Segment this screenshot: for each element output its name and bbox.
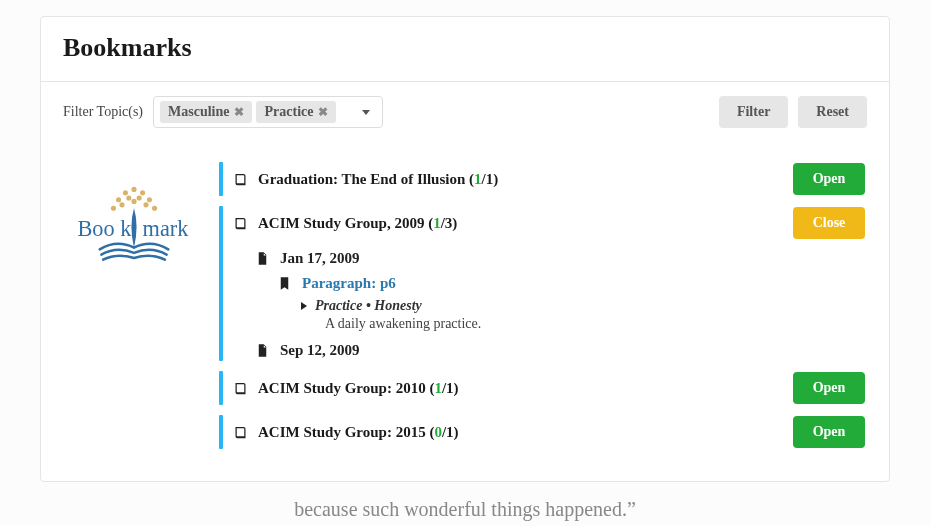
open-button[interactable]: Open bbox=[793, 372, 865, 404]
date-label: Sep 12, 2009 bbox=[280, 342, 360, 359]
date-label: Jan 17, 2009 bbox=[280, 250, 360, 267]
group-title: Graduation: The End of Illusion (1/1) bbox=[258, 171, 783, 188]
bookmark-group: Graduation: The End of Illusion (1/1) Op… bbox=[219, 160, 865, 198]
tag-label: Practice bbox=[264, 104, 313, 120]
group-children: Jan 17, 2009 Paragraph: p6 Practice • Ho… bbox=[233, 246, 865, 363]
bookmark-icon bbox=[277, 276, 292, 291]
svg-point-8 bbox=[137, 195, 142, 200]
topic-tags: Practice • Honesty bbox=[315, 298, 422, 314]
bookmark-logo: Boo mark k bbox=[65, 160, 203, 457]
filter-tag-practice[interactable]: Practice ✖ bbox=[256, 101, 336, 123]
topics-row: Practice • Honesty bbox=[255, 294, 865, 314]
book-icon bbox=[233, 172, 248, 187]
svg-point-6 bbox=[152, 206, 157, 211]
remove-tag-icon[interactable]: ✖ bbox=[234, 105, 244, 120]
panel-header: Bookmarks bbox=[41, 17, 889, 82]
bookmark-group: ACIM Study Group: 2010 (1/1) Open bbox=[219, 369, 865, 407]
background-text: because such wonderful things happened.” bbox=[40, 482, 890, 526]
open-button[interactable]: Open bbox=[793, 163, 865, 195]
book-icon bbox=[233, 216, 248, 231]
group-title: ACIM Study Group, 2009 (1/3) bbox=[258, 215, 783, 232]
tag-label: Masculine bbox=[168, 104, 229, 120]
filter-button[interactable]: Filter bbox=[719, 96, 788, 128]
group-title: ACIM Study Group: 2015 (0/1) bbox=[258, 424, 783, 441]
svg-point-1 bbox=[123, 190, 128, 195]
bookmarks-panel: Bookmarks Filter Topic(s) Masculine ✖ Pr… bbox=[40, 16, 890, 482]
svg-point-4 bbox=[147, 197, 152, 202]
paragraph-link[interactable]: Paragraph: p6 bbox=[255, 271, 865, 294]
content-area: Boo mark k Graduation: The End of Illusi… bbox=[41, 142, 889, 481]
svg-text:Boo: Boo bbox=[77, 216, 114, 241]
topic-filter-dropdown[interactable]: Masculine ✖ Practice ✖ bbox=[153, 96, 383, 128]
svg-point-11 bbox=[131, 199, 136, 204]
group-title: ACIM Study Group: 2010 (1/1) bbox=[258, 380, 783, 397]
svg-point-9 bbox=[119, 202, 124, 207]
file-icon bbox=[255, 343, 270, 358]
chevron-down-icon bbox=[362, 110, 370, 115]
book-icon bbox=[233, 381, 248, 396]
filter-bar: Filter Topic(s) Masculine ✖ Practice ✖ F… bbox=[41, 82, 889, 142]
svg-text:k: k bbox=[120, 216, 132, 241]
svg-text:mark: mark bbox=[143, 216, 190, 241]
date-entry[interactable]: Jan 17, 2009 bbox=[255, 246, 865, 271]
svg-point-10 bbox=[143, 202, 148, 207]
filter-tag-masculine[interactable]: Masculine ✖ bbox=[160, 101, 252, 123]
book-icon bbox=[233, 425, 248, 440]
file-icon bbox=[255, 251, 270, 266]
filter-label: Filter Topic(s) bbox=[63, 104, 143, 120]
remove-tag-icon[interactable]: ✖ bbox=[318, 105, 328, 120]
bookmark-group: ACIM Study Group, 2009 (1/3) Close Jan 1… bbox=[219, 204, 865, 363]
bookmark-note: A daily awakening practice. bbox=[255, 314, 865, 338]
open-button[interactable]: Open bbox=[793, 416, 865, 448]
paragraph-label: Paragraph: p6 bbox=[302, 275, 396, 292]
bookmark-group: ACIM Study Group: 2015 (0/1) Open bbox=[219, 413, 865, 451]
svg-point-7 bbox=[126, 195, 131, 200]
caret-right-icon[interactable] bbox=[301, 302, 307, 310]
svg-point-3 bbox=[116, 197, 121, 202]
page-title: Bookmarks bbox=[63, 33, 867, 63]
svg-point-0 bbox=[131, 187, 136, 192]
close-button[interactable]: Close bbox=[793, 207, 865, 239]
svg-point-5 bbox=[111, 206, 116, 211]
bookmark-list: Graduation: The End of Illusion (1/1) Op… bbox=[219, 160, 865, 457]
date-entry[interactable]: Sep 12, 2009 bbox=[255, 338, 865, 363]
reset-button[interactable]: Reset bbox=[798, 96, 867, 128]
svg-point-2 bbox=[140, 190, 145, 195]
